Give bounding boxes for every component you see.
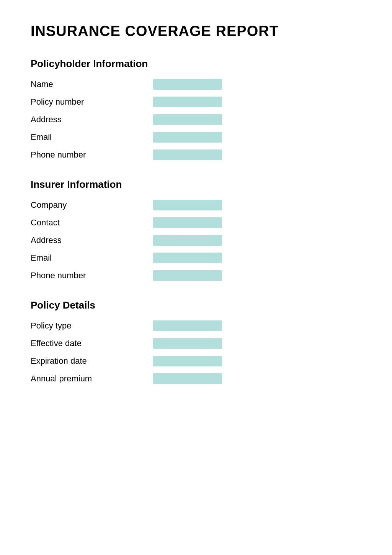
field-value-box[interactable] (153, 373, 222, 384)
field-row: Policy number (31, 97, 361, 107)
field-row: Phone number (31, 270, 361, 281)
field-label: Contact (31, 218, 153, 228)
field-value-box[interactable] (153, 200, 222, 210)
field-row: Email (31, 253, 361, 263)
page-title: INSURANCE COVERAGE REPORT (31, 23, 361, 39)
field-value-box[interactable] (153, 114, 222, 125)
field-label: Email (31, 132, 153, 142)
field-label: Phone number (31, 150, 153, 160)
field-label: Phone number (31, 271, 153, 281)
section-policy-details: Policy DetailsPolicy typeEffective dateE… (31, 299, 361, 384)
field-value-box[interactable] (153, 217, 222, 228)
field-row: Annual premium (31, 373, 361, 384)
field-row: Name (31, 79, 361, 90)
section-policyholder: Policyholder InformationNamePolicy numbe… (31, 58, 361, 160)
field-label: Name (31, 79, 153, 89)
field-row: Expiration date (31, 356, 361, 366)
field-value-box[interactable] (153, 356, 222, 366)
field-value-box[interactable] (153, 149, 222, 160)
field-row: Email (31, 132, 361, 143)
field-value-box[interactable] (153, 235, 222, 246)
field-row: Address (31, 235, 361, 246)
section-heading-policy-details: Policy Details (31, 299, 361, 311)
field-row: Company (31, 200, 361, 210)
field-value-box[interactable] (153, 79, 222, 90)
field-row: Policy type (31, 320, 361, 331)
field-label: Address (31, 115, 153, 125)
field-label: Annual premium (31, 374, 153, 384)
section-heading-policyholder: Policyholder Information (31, 58, 361, 70)
field-label: Company (31, 200, 153, 210)
field-value-box[interactable] (153, 270, 222, 281)
section-insurer: Insurer InformationCompanyContactAddress… (31, 179, 361, 281)
field-row: Phone number (31, 149, 361, 160)
field-value-box[interactable] (153, 338, 222, 349)
field-label: Email (31, 253, 153, 263)
section-heading-insurer: Insurer Information (31, 179, 361, 190)
field-row: Effective date (31, 338, 361, 349)
field-value-box[interactable] (153, 97, 222, 107)
field-row: Contact (31, 217, 361, 228)
field-label: Effective date (31, 338, 153, 348)
field-label: Policy type (31, 321, 153, 331)
field-row: Address (31, 114, 361, 125)
field-label: Address (31, 235, 153, 245)
field-value-box[interactable] (153, 253, 222, 263)
field-label: Expiration date (31, 356, 153, 366)
field-label: Policy number (31, 97, 153, 107)
field-value-box[interactable] (153, 320, 222, 331)
field-value-box[interactable] (153, 132, 222, 143)
